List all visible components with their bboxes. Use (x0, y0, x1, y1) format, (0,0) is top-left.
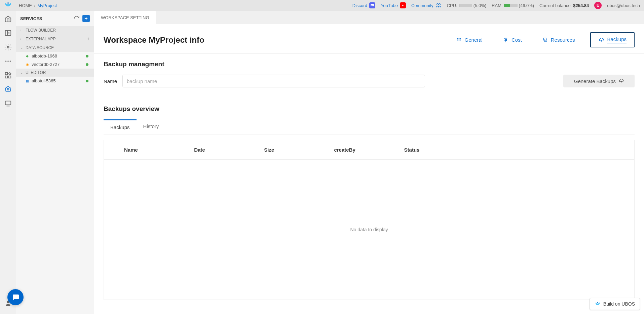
tree-group-flow-builder[interactable]: › FLOW BUILDER (16, 26, 94, 34)
nav-tab-general[interactable]: General (451, 34, 487, 46)
overview-title: Backups overview (104, 105, 635, 113)
layout-icon: ▦ (25, 79, 30, 83)
svg-point-6 (7, 46, 9, 48)
chevron-right-icon: › (20, 37, 25, 41)
th-size: Size (264, 147, 334, 153)
community-icon (435, 2, 442, 8)
gear-icon[interactable] (4, 43, 12, 51)
svg-point-9 (9, 61, 11, 62)
nav-tab-cost[interactable]: Cost (498, 34, 527, 46)
group-label: DATA SOURCE (26, 45, 54, 50)
cpu-bar (459, 4, 472, 7)
ram-label: RAM: (492, 3, 503, 8)
tree-group-external-app[interactable]: › EXTERNAL APP + (16, 34, 94, 44)
breadcrumb-project[interactable]: MyProject (37, 3, 57, 8)
avatar[interactable]: U (594, 2, 602, 9)
sidebar-item-vectordb[interactable]: ◉ vectordb-2727 (16, 60, 94, 69)
group-label: EXTERNAL APP (26, 37, 56, 41)
svg-rect-20 (460, 38, 461, 39)
backups-table: Name Date Size createBy Status No data t… (104, 140, 635, 300)
sidebar-item-aibotdb[interactable]: ◆ aibotdb-1968 (16, 52, 94, 60)
svg-point-8 (7, 61, 9, 62)
tree-group-data-source[interactable]: ⌄ DATA SOURCE (16, 44, 94, 52)
item-label: aibotdb-1968 (32, 53, 57, 58)
nav-tab-backups[interactable]: Backups (590, 32, 635, 47)
backup-name-input[interactable] (122, 75, 425, 87)
ram-bar (504, 4, 518, 7)
top-header: HOME › MyProject Discord YouTube Communi… (0, 0, 644, 11)
youtube-icon (400, 2, 406, 8)
chevron-right-icon: › (34, 3, 35, 8)
tab-workspace-setting[interactable]: WORKSPACE SETTING (94, 11, 156, 24)
badge-label: Build on UBOS (603, 301, 635, 307)
section-title: Backup managment (104, 61, 635, 68)
chat-bubble-button[interactable] (7, 289, 24, 305)
kubernetes-icon[interactable] (4, 85, 12, 93)
community-link[interactable]: Community (411, 2, 442, 8)
home-icon[interactable] (4, 15, 12, 23)
ram-stat: RAM: (46.0%) (492, 3, 534, 8)
page-header: Workspace MyProject info General Cost Re… (94, 24, 644, 54)
page-title: Workspace MyProject info (104, 35, 204, 45)
balance-label: Current balance: (539, 3, 572, 8)
breadcrumb-home[interactable]: HOME (19, 3, 32, 8)
svg-rect-23 (460, 39, 461, 40)
youtube-link[interactable]: YouTube (381, 2, 406, 8)
svg-point-14 (7, 88, 9, 90)
svg-rect-10 (5, 73, 7, 75)
dollar-icon (503, 37, 509, 43)
svg-point-0 (7, 2, 9, 4)
breadcrumb: HOME › MyProject (19, 3, 57, 8)
cloud-upload-icon (618, 78, 624, 84)
discord-label: Discord (352, 3, 367, 8)
status-dot-icon (86, 63, 88, 66)
overview-tab-backups[interactable]: Backups (104, 119, 137, 134)
backup-management-section: Backup managment Name Generate Backups (94, 54, 644, 104)
refresh-icon[interactable] (74, 15, 80, 22)
user-email[interactable]: ubos@ubos.tech (607, 3, 640, 8)
add-icon[interactable]: + (87, 36, 90, 42)
app-logo-icon[interactable] (4, 1, 12, 9)
status-dot-icon (86, 80, 88, 82)
cloud-upload-icon (598, 37, 604, 43)
group-label: UI EDITOR (26, 70, 46, 75)
th-date: Date (194, 147, 264, 153)
services-sidebar: SERVICES + › FLOW BUILDER › EXTERNAL APP… (16, 11, 94, 314)
nav-tab-resources[interactable]: Resources (537, 34, 580, 46)
nav-label: General (465, 37, 483, 43)
svg-rect-22 (458, 39, 459, 40)
table-header-row: Name Date Size createBy Status (104, 140, 634, 160)
name-label: Name (104, 78, 117, 84)
overview-tab-history[interactable]: History (137, 119, 166, 134)
services-title: SERVICES (20, 16, 42, 21)
svg-point-2 (437, 4, 438, 5)
sidebar-item-aibotui[interactable]: ▦ aibotui-5365 (16, 77, 94, 85)
generate-backups-button[interactable]: Generate Backups (563, 75, 635, 87)
backups-overview-section: Backups overview Backups History Name Da… (94, 104, 644, 307)
cpu-label: CPU: (447, 3, 457, 8)
balance-amount: $254.84 (573, 3, 589, 8)
content-area: WORKSPACE SETTING Workspace MyProject in… (94, 11, 644, 314)
panel-left-icon[interactable] (4, 29, 12, 37)
th-createby: createBy (334, 147, 404, 153)
svg-point-26 (597, 302, 598, 303)
grid-icon (456, 37, 462, 43)
svg-rect-15 (5, 101, 11, 105)
apps-icon[interactable] (4, 71, 12, 79)
services-header: SERVICES + (16, 11, 94, 26)
svg-point-3 (439, 4, 440, 5)
nav-label: Backups (607, 36, 627, 43)
monitor-icon[interactable] (4, 100, 12, 108)
add-service-button[interactable]: + (82, 15, 90, 22)
chevron-down-icon: ⌄ (20, 71, 25, 75)
item-label: vectordb-2727 (32, 62, 60, 67)
youtube-label: YouTube (381, 3, 398, 8)
build-on-ubos-badge[interactable]: Build on UBOS (590, 298, 640, 310)
svg-marker-13 (5, 86, 11, 91)
more-icon[interactable] (4, 57, 12, 65)
balance: Current balance: $254.84 (539, 3, 589, 8)
th-actions (474, 147, 614, 153)
discord-link[interactable]: Discord (352, 2, 375, 8)
tree-group-ui-editor[interactable]: ⌄ UI EDITOR (16, 69, 94, 77)
status-dot-icon (86, 55, 88, 57)
